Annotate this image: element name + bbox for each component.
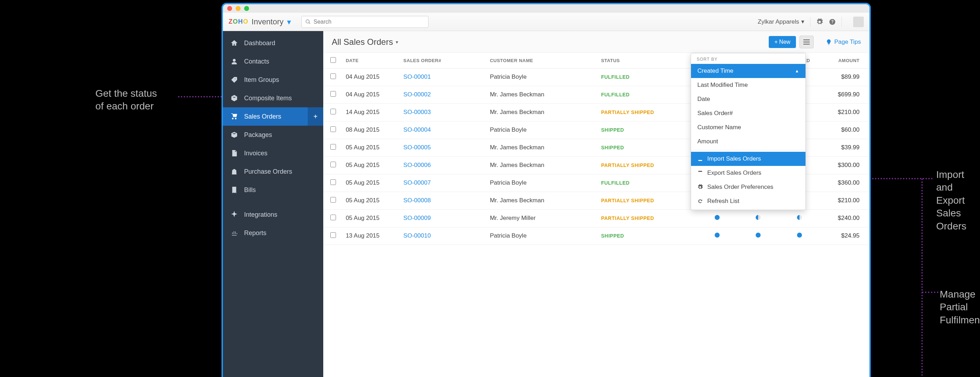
sort-option-label: Amount xyxy=(697,138,718,145)
status-badge: FULFILLED xyxy=(601,74,630,80)
sort-option[interactable]: Amount xyxy=(691,135,805,149)
bag-icon xyxy=(231,168,238,175)
col-header-date[interactable]: DATE xyxy=(342,53,400,68)
sidebar-item-composite-items[interactable]: Composite Items xyxy=(223,89,323,107)
cell-amount: $699.90 xyxy=(820,86,869,104)
sidebar-item-bills[interactable]: Bills xyxy=(223,181,323,199)
cell-amount: $39.99 xyxy=(820,139,869,157)
sales-order-link[interactable]: SO-00010 xyxy=(403,232,431,239)
status-badge: PARTIALLY SHIPPED xyxy=(601,215,654,221)
dropdown-action[interactable]: Export Sales Orders xyxy=(691,166,805,180)
sales-order-link[interactable]: SO-00006 xyxy=(403,162,431,168)
table-row[interactable]: 05 Aug 2015SO-00009Mr. Jeremy MillerPART… xyxy=(323,210,869,227)
org-switcher[interactable]: Zylkar Apparels▾ xyxy=(758,18,804,25)
search-icon xyxy=(305,19,311,25)
cell-amount: $210.00 xyxy=(820,192,869,210)
sidebar-item-purchase-orders[interactable]: Purchase Orders xyxy=(223,162,323,181)
sort-option-label: Last Modified Time xyxy=(697,82,748,89)
sales-order-link[interactable]: SO-00007 xyxy=(403,179,431,186)
new-button[interactable]: +New xyxy=(769,36,796,48)
row-checkbox[interactable] xyxy=(330,232,336,238)
dropdown-action[interactable]: Refresh List xyxy=(691,194,805,208)
sidebar-item-label: Invoices xyxy=(244,150,267,157)
col-header-so[interactable]: SALES ORDER# xyxy=(400,53,487,68)
cell-date: 14 Aug 2015 xyxy=(342,104,400,122)
dropdown-action-label: Sales Order Preferences xyxy=(707,184,773,191)
col-header-amount[interactable]: AMOUNT xyxy=(820,53,869,68)
cell-date: 05 Aug 2015 xyxy=(342,192,400,210)
sort-option-label: Date xyxy=(697,96,710,103)
row-checkbox[interactable] xyxy=(330,144,336,150)
sidebar-item-reports[interactable]: Reports xyxy=(223,224,323,242)
row-checkbox[interactable] xyxy=(330,127,336,132)
sort-option[interactable]: Sales Order# xyxy=(691,106,805,120)
status-badge: PARTIALLY SHIPPED xyxy=(601,198,654,203)
cell-amount: $300.00 xyxy=(820,157,869,174)
sidebar-item-packages[interactable]: Packages xyxy=(223,126,323,144)
download-icon xyxy=(697,156,703,162)
row-checkbox[interactable] xyxy=(330,109,336,114)
status-badge: SHIPPED xyxy=(601,233,624,239)
row-checkbox[interactable] xyxy=(330,91,336,97)
row-checkbox[interactable] xyxy=(330,179,336,185)
cell-customer: Mr. James Beckman xyxy=(487,157,598,174)
row-checkbox[interactable] xyxy=(330,197,336,203)
dropdown-separator xyxy=(691,150,805,150)
cell-customer: Patricia Boyle xyxy=(487,68,598,86)
window-maximize[interactable] xyxy=(244,6,249,11)
sidebar-item-dashboard[interactable]: Dashboard xyxy=(223,34,323,52)
sales-order-link[interactable]: SO-00001 xyxy=(403,73,431,80)
sort-option[interactable]: Last Modified Time xyxy=(691,78,805,92)
row-checkbox[interactable] xyxy=(330,162,336,167)
sales-order-link[interactable]: SO-00005 xyxy=(403,144,431,151)
search-input[interactable] xyxy=(301,16,428,28)
sidebar-item-contacts[interactable]: Contacts xyxy=(223,52,323,71)
cell-customer: Mr. Jeremy Miller xyxy=(487,210,598,227)
gear-icon[interactable] xyxy=(816,18,823,25)
sidebar-item-item-groups[interactable]: Item Groups xyxy=(223,71,323,89)
sales-order-link[interactable]: SO-00004 xyxy=(403,127,431,133)
cell-date: 05 Aug 2015 xyxy=(342,174,400,192)
app-logo[interactable]: ZOHO Inventory ▾ xyxy=(229,17,291,27)
page-title-dropdown[interactable]: All Sales Orders ▾ xyxy=(332,37,398,47)
help-icon[interactable] xyxy=(829,18,836,25)
avatar[interactable] xyxy=(853,17,864,27)
annotation-status: Get the status of each order xyxy=(95,87,157,113)
window-close[interactable] xyxy=(227,6,232,11)
main-content: All Sales Orders ▾ +New Page Tips xyxy=(323,31,869,377)
row-checkbox[interactable] xyxy=(330,215,336,220)
sales-order-link[interactable]: SO-00003 xyxy=(403,109,431,116)
cell-amount: $24.95 xyxy=(820,227,869,245)
col-header-status[interactable]: STATUS xyxy=(597,53,696,68)
more-menu-button[interactable] xyxy=(799,36,814,48)
cell-date: 05 Aug 2015 xyxy=(342,157,400,174)
sort-option[interactable]: Date xyxy=(691,92,805,106)
sidebar-item-invoices[interactable]: Invoices xyxy=(223,144,323,162)
sidebar-item-sales-orders[interactable]: Sales Orders+ xyxy=(223,107,323,126)
dropdown-action[interactable]: Import Sales Orders xyxy=(691,152,805,166)
window-minimize[interactable] xyxy=(235,6,240,11)
sidebar-item-label: Composite Items xyxy=(244,95,292,102)
sales-order-link[interactable]: SO-00002 xyxy=(403,91,431,98)
sales-order-link[interactable]: SO-00008 xyxy=(403,197,431,204)
dropdown-action[interactable]: Sales Order Preferences xyxy=(691,180,805,194)
table-row[interactable]: 13 Aug 2015SO-00010Patricia BoyleSHIPPED… xyxy=(323,227,869,245)
dropdown-sort-header: SORT BY xyxy=(691,53,805,64)
cell-customer: Patricia Boyle xyxy=(487,227,598,245)
sort-option[interactable]: Customer Name xyxy=(691,120,805,135)
select-all-checkbox[interactable] xyxy=(330,57,336,63)
col-header-customer[interactable]: CUSTOMER NAME xyxy=(487,53,598,68)
page-tips-link[interactable]: Page Tips xyxy=(826,38,861,46)
sidebar-add-button[interactable]: + xyxy=(308,107,323,126)
upload-icon xyxy=(697,170,703,176)
cell-amount: $89.99 xyxy=(820,68,869,86)
sidebar-item-integrations[interactable]: Integrations xyxy=(223,206,323,224)
row-checkbox[interactable] xyxy=(330,73,336,79)
sidebar-item-label: Bills xyxy=(244,186,256,194)
cell-customer: Mr. James Beckman xyxy=(487,192,598,210)
sort-option[interactable]: Created Time▲ xyxy=(691,64,805,78)
sort-option-label: Created Time xyxy=(697,67,733,74)
more-menu-dropdown: SORT BYCreated Time▲Last Modified TimeDa… xyxy=(690,53,806,210)
sales-order-link[interactable]: SO-00009 xyxy=(403,215,431,221)
search-field[interactable] xyxy=(314,19,425,25)
